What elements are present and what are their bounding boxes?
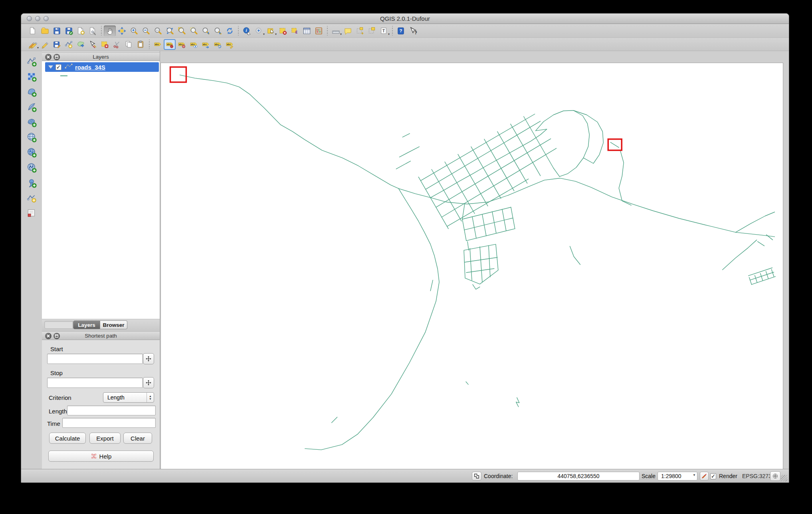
coordinate-input[interactable]: 440758,6236550 [517, 472, 640, 480]
add-postgis-layer-button[interactable] [24, 86, 39, 97]
zoom-full-button[interactable] [164, 26, 176, 36]
road-polyline [489, 245, 490, 277]
layer-visibility-checkbox[interactable]: ✓ [55, 64, 61, 70]
svg-text:?: ? [399, 28, 402, 33]
delete-selected-button[interactable] [99, 39, 111, 50]
save-layer-edits-button[interactable] [51, 39, 63, 50]
export-button[interactable]: Export [89, 433, 121, 444]
new-bookmark-button[interactable] [354, 26, 366, 36]
capture-point-icon [145, 355, 152, 362]
svg-text:abc: abc [227, 43, 231, 45]
text-annotation-button[interactable]: T▾ [378, 26, 390, 36]
road-polyline [749, 268, 772, 276]
select-by-expression-button[interactable]: ε [289, 26, 301, 36]
show-bookmarks-button[interactable] [366, 26, 378, 36]
layer-row-roads-34s[interactable]: ✓ roads_34S [45, 62, 159, 72]
add-wms-layer-button[interactable] [24, 132, 39, 143]
open-project-button[interactable] [39, 26, 51, 36]
calculate-button[interactable]: Calculate [49, 433, 86, 444]
help-button[interactable]: Help [48, 451, 154, 462]
help-contents-button[interactable]: ? [395, 26, 407, 36]
move-label-button[interactable]: abc [200, 39, 212, 50]
run-feature-action-button[interactable]: ▾ [253, 26, 265, 36]
resize-grip[interactable] [781, 475, 787, 481]
cut-features-button[interactable] [111, 39, 123, 50]
refresh-map-button[interactable] [224, 26, 236, 36]
shortest-path-panel-header: Shortest path [42, 331, 160, 340]
select-features-button[interactable]: ▾ [265, 26, 277, 36]
layers-panel-header: Layers [42, 52, 160, 61]
measure-line-button[interactable]: ▾ [330, 26, 342, 36]
open-attribute-table-button[interactable] [301, 26, 313, 36]
length-output-field[interactable] [67, 405, 156, 415]
add-raster-layer-button[interactable] [24, 71, 39, 82]
road-polyline [430, 129, 547, 198]
field-calculator-button[interactable] [313, 26, 325, 36]
clear-button[interactable]: Clear [123, 433, 152, 444]
add-mssql-layer-button[interactable] [24, 117, 39, 128]
capture-start-point-button[interactable] [143, 353, 154, 364]
identify-features-button[interactable]: i [241, 26, 253, 36]
move-feature-button[interactable] [75, 39, 87, 50]
change-label-button[interactable]: abc [224, 39, 236, 50]
new-print-composer-button[interactable] [75, 26, 87, 36]
new-project-button[interactable] [27, 26, 39, 36]
pan-to-selection-button[interactable] [116, 26, 128, 36]
crs-status-button[interactable] [770, 471, 780, 481]
road-polyline [480, 247, 482, 282]
map-canvas[interactable] [160, 63, 783, 469]
save-project-button[interactable] [51, 26, 63, 36]
render-checkbox[interactable]: ✓ [710, 473, 716, 479]
time-output-field[interactable] [62, 418, 156, 428]
road-polyline [516, 397, 519, 407]
mouse-position-toggle-button[interactable] [472, 472, 481, 480]
criterion-select[interactable]: Length ▲▼ [103, 392, 154, 403]
stop-rendering-button[interactable] [700, 472, 709, 480]
add-wcs-layer-button[interactable] [24, 147, 39, 158]
layer-expand-arrow-icon[interactable] [48, 65, 53, 69]
zoom-last-button[interactable] [200, 26, 212, 36]
start-input[interactable] [47, 354, 143, 364]
mouse-position-toggle-icon [473, 473, 480, 479]
tab-browser[interactable]: Browser [100, 320, 127, 329]
add-vector-layer-button[interactable] [24, 56, 39, 67]
copy-features-button[interactable] [123, 39, 135, 50]
add-delimited-text-layer-button[interactable] [24, 177, 39, 188]
road-polyline [180, 75, 398, 188]
new-spatialite-layer-icon [26, 208, 37, 218]
rotate-label-button[interactable]: abc [212, 39, 224, 50]
road-graph-icon [91, 453, 97, 459]
pan-map-button[interactable] [104, 26, 116, 36]
whats-this-button[interactable]: ? [407, 26, 419, 36]
stop-input[interactable] [47, 378, 143, 388]
capture-stop-point-button[interactable] [143, 377, 154, 388]
add-spatialite-layer-button[interactable] [24, 101, 39, 113]
pin-labels-button[interactable]: abc [164, 39, 176, 50]
new-spatialite-layer-button[interactable] [24, 208, 39, 219]
scale-combobox[interactable]: 1:29800 ▼ [658, 472, 697, 480]
zoom-next-button[interactable] [212, 26, 224, 36]
highlight-pinned-labels-button[interactable]: abc [176, 39, 188, 50]
tab-layers[interactable]: Layers [73, 320, 100, 329]
deselect-features-button[interactable] [277, 26, 289, 36]
current-edits-button[interactable]: ▾ [27, 39, 39, 50]
zoom-in-button[interactable] [128, 26, 140, 36]
add-wfs-layer-button[interactable] [24, 162, 39, 173]
show-hide-labels-button[interactable]: abc [188, 39, 200, 50]
zoom-to-layer-button[interactable] [188, 26, 200, 36]
zoom-to-selection-button[interactable] [176, 26, 188, 36]
new-shapefile-layer-button[interactable] [24, 192, 39, 204]
map-tips-button[interactable] [342, 26, 354, 36]
add-vector-layer-icon [26, 56, 37, 67]
labeling-button[interactable]: abc [152, 39, 164, 50]
composer-manager-button[interactable] [87, 26, 99, 36]
add-feature-button[interactable] [63, 39, 75, 50]
node-tool-button[interactable] [87, 39, 99, 50]
paste-features-button[interactable] [135, 39, 147, 50]
zoom-out-button[interactable] [140, 26, 152, 36]
road-polyline [466, 229, 515, 241]
zoom-native-button[interactable]: 1:1 [152, 26, 164, 36]
toggle-editing-button[interactable] [39, 39, 51, 50]
road-polyline [573, 111, 603, 164]
save-project-as-button[interactable] [63, 26, 75, 36]
